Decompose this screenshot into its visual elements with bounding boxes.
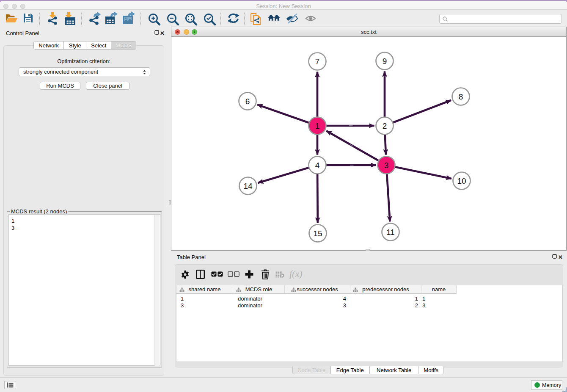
svg-text:9: 9: [383, 57, 387, 66]
svg-text:2: 2: [383, 121, 387, 130]
svg-text:11: 11: [386, 228, 395, 237]
svg-text:1: 1: [315, 121, 320, 130]
svg-text:6: 6: [245, 97, 250, 106]
svg-text:14: 14: [243, 182, 253, 190]
svg-text:7: 7: [315, 57, 320, 66]
svg-text:4: 4: [315, 161, 320, 170]
svg-text:10: 10: [457, 177, 466, 185]
svg-text:8: 8: [459, 92, 463, 101]
svg-text:15: 15: [313, 229, 322, 238]
svg-text:3: 3: [384, 161, 389, 170]
